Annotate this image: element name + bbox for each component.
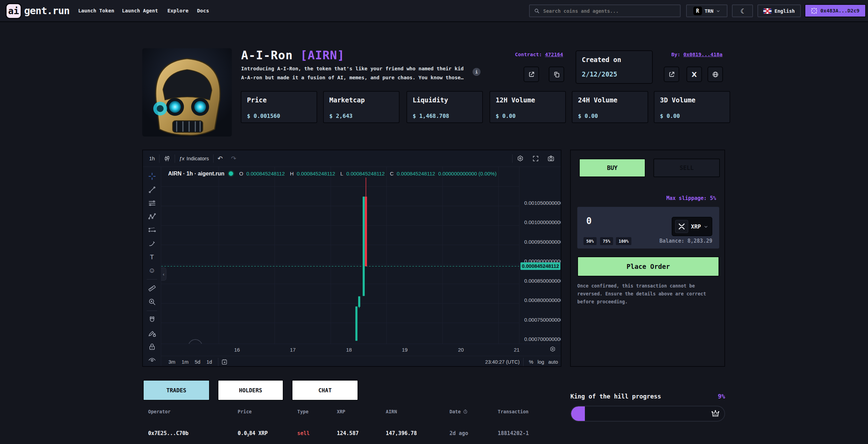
chart-toolbar: 1h ƒx Indicators ↶ ↷ — [143, 150, 561, 167]
balance-text: Balance: 8,283.29 — [659, 238, 712, 244]
token-dot-icon — [228, 170, 234, 177]
amount-panel: XRP 50% 75% 100% Balance: 8,283.29 — [577, 207, 719, 249]
max-slippage[interactable]: Max slippage: 5% — [666, 195, 716, 201]
tab-trades[interactable]: TRADES — [143, 380, 210, 401]
wallet-button[interactable]: 0x483A...D2c9 — [805, 4, 866, 17]
range-5d-button[interactable]: 5d — [192, 359, 203, 365]
sell-tab[interactable]: SELL — [653, 159, 720, 177]
time-axis[interactable]: 16 17 18 19 20 21 — [161, 344, 561, 356]
magnet-tool[interactable] — [147, 315, 157, 324]
chart-settings-button[interactable] — [513, 155, 528, 162]
chart-legend: AIRN · 1h · aigent.run O0.000845248112 H… — [168, 170, 497, 177]
nav-link-launch-agent[interactable]: Launch Agent — [122, 0, 158, 21]
info-icon[interactable]: i — [473, 68, 480, 76]
network-icon: R — [693, 7, 702, 15]
contract-row: Contract: 472164 — [515, 52, 563, 57]
nav-link-docs[interactable]: Docs — [197, 0, 209, 21]
percent-scale-button[interactable]: % — [527, 359, 536, 365]
candles-icon — [164, 155, 170, 162]
text-tool[interactable]: T — [147, 252, 157, 262]
percent-100-button[interactable]: 100% — [616, 237, 631, 245]
chart-bottom-toolbar: 3m 1m 5d 1d 23:40:27 (UTC) % log auto — [161, 356, 561, 367]
currency-select[interactable]: XRP — [672, 217, 712, 236]
copy-contract-button[interactable] — [549, 67, 564, 82]
place-order-button[interactable]: Place Order — [577, 256, 719, 276]
buy-tab[interactable]: BUY — [579, 159, 645, 177]
col-date[interactable]: Date — [450, 409, 468, 414]
drawing-toolbar: T ☺ — [143, 167, 161, 367]
theme-toggle-button[interactable]: ☾ — [732, 4, 753, 17]
contract-label: Contract: — [515, 52, 542, 57]
token-description: Introducing A-I-Ron, the token that's li… — [241, 64, 468, 82]
pattern-tool[interactable] — [147, 212, 157, 221]
chart-plot-area[interactable]: AIRN · 1h · aigent.run O0.000845248112 H… — [161, 167, 519, 344]
twitter-button[interactable]: X — [686, 67, 702, 82]
ruler-tool[interactable] — [147, 284, 157, 293]
nav-link-explore[interactable]: Explore — [167, 0, 188, 21]
website-button[interactable] — [707, 67, 723, 82]
creator-explorer-button[interactable] — [664, 67, 679, 82]
stat-3d-volume: 3D Volume$ 0.00 — [654, 91, 730, 123]
language-select[interactable]: English — [757, 4, 801, 17]
zoom-in-tool[interactable] — [147, 297, 157, 306]
redo-button[interactable]: ↷ — [227, 155, 240, 162]
external-link-icon — [668, 71, 675, 78]
log-scale-button[interactable]: log — [535, 359, 546, 365]
emoji-tool[interactable]: ☺ — [147, 266, 157, 275]
range-1d-button[interactable]: 1d — [203, 359, 215, 365]
horizontal-lines-tool[interactable] — [147, 199, 157, 208]
created-on-card: Created on 2/12/2025 — [576, 50, 653, 84]
logo-icon[interactable]: ai — [6, 3, 22, 19]
cell-operator[interactable]: 0x7E25...C70b — [148, 430, 188, 436]
range-1m-button[interactable]: 1m — [178, 359, 192, 365]
lock-tool[interactable] — [147, 342, 157, 351]
eye-tool[interactable] — [147, 355, 157, 365]
contract-explorer-button[interactable] — [524, 67, 539, 82]
axis-settings-icon[interactable] — [549, 346, 556, 354]
token-name: A-I-Ron — [241, 48, 293, 62]
tab-chat[interactable]: CHAT — [292, 380, 358, 401]
globe-icon — [712, 71, 719, 78]
cell-transaction[interactable]: 18814202-1 — [498, 430, 529, 436]
creator-row: By: 0x0819...418a — [671, 52, 722, 57]
redo-icon: ↷ — [231, 155, 236, 162]
fullscreen-button[interactable] — [528, 155, 543, 162]
forecast-tool[interactable] — [147, 225, 157, 235]
drawing-lock-tool[interactable] — [147, 329, 157, 338]
col-xrp: XRP — [337, 409, 345, 414]
collapse-toolbar-handle[interactable]: ‹ — [161, 268, 166, 281]
crosshair-tool[interactable] — [147, 172, 157, 181]
interval-button[interactable]: 1h — [145, 155, 159, 161]
contract-link[interactable]: 472164 — [545, 52, 563, 57]
search-icon — [534, 8, 540, 14]
koth-percent: 9% — [718, 393, 725, 400]
search-input[interactable] — [543, 8, 667, 14]
candle-style-button[interactable] — [159, 155, 175, 162]
auto-scale-button[interactable]: auto — [546, 359, 560, 365]
stat-12h-volume: 12H Volume$ 0.00 — [489, 91, 566, 123]
brush-tool[interactable] — [147, 239, 157, 248]
nav-link-launch-token[interactable]: Launch Token — [78, 0, 114, 21]
currency-label: XRP — [691, 223, 701, 230]
chart-clock[interactable]: 23:40:27 (UTC) — [485, 359, 520, 365]
network-label: TRN — [705, 8, 713, 14]
goto-date-button[interactable] — [221, 359, 228, 365]
network-select[interactable]: R TRN — [686, 4, 727, 17]
logo-text[interactable]: gent.run — [24, 0, 70, 21]
wallet-address: 0x483A...D2c9 — [820, 8, 860, 13]
creator-link[interactable]: 0x0819...418a — [683, 52, 723, 57]
percent-50-button[interactable]: 50% — [583, 237, 597, 245]
tab-holders[interactable]: HOLDERS — [218, 380, 283, 401]
koth-progress-fill — [571, 406, 585, 421]
amount-input[interactable] — [586, 216, 655, 226]
stat-24h-volume: 24H Volume$ 0.00 — [572, 91, 648, 123]
undo-button[interactable]: ↶ — [214, 155, 227, 162]
screenshot-button[interactable] — [543, 155, 559, 162]
undo-icon: ↶ — [218, 155, 223, 162]
trendline-tool[interactable] — [147, 185, 157, 194]
indicators-button[interactable]: ƒx Indicators — [175, 155, 213, 161]
token-image — [142, 48, 232, 137]
price-axis[interactable]: 0.001050000000 0.001000000000 0.00095000… — [519, 167, 561, 344]
range-3m-button[interactable]: 3m — [165, 359, 178, 365]
percent-75-button[interactable]: 75% — [600, 237, 613, 245]
